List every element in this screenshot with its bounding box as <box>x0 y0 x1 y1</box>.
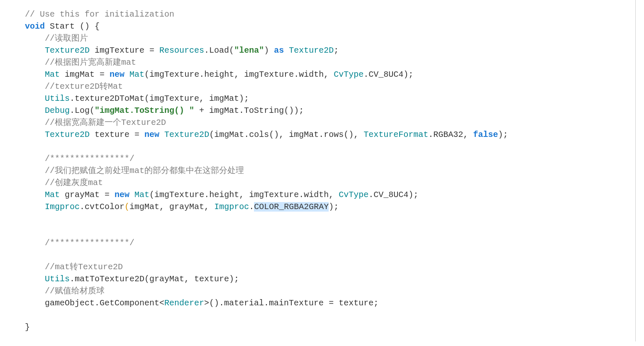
code-text <box>159 130 164 139</box>
keyword-new: new <box>110 70 124 79</box>
class-cvtype: CvType <box>339 190 368 200</box>
code-text: texture = <box>90 130 144 139</box>
type-texture2d: Texture2D <box>289 46 334 55</box>
paren: ( <box>124 202 129 212</box>
vertical-rule <box>635 0 636 341</box>
comment-divider: /****************/ <box>45 154 134 163</box>
code-text: .CV_8UC4); <box>368 190 418 200</box>
code-container: // Use this for initialization void Star… <box>0 0 644 341</box>
code-text: .CV_8UC4); <box>363 70 413 79</box>
comment: //根据宽高新建一个Texture2D <box>45 118 166 127</box>
comment: // Use this for initialization <box>25 10 174 19</box>
code-text: ; <box>334 46 339 55</box>
code-text: gameObject.GetComponent< <box>45 298 164 308</box>
comment: //读取图片 <box>45 34 88 43</box>
code-text <box>129 190 134 200</box>
keyword-false: false <box>473 130 498 139</box>
class-utils: Utils <box>45 274 70 284</box>
comment-divider: /****************/ <box>45 238 134 248</box>
class-imgproc: Imgproc <box>214 202 249 212</box>
string-literal: "imgMat.ToString() " <box>95 106 194 115</box>
method-name: Start () { <box>45 22 100 31</box>
ctor-mat: Mat <box>129 70 144 79</box>
code-text: imgMat = <box>60 70 110 79</box>
code-text: .matToTexture2D(grayMat, texture); <box>70 274 239 284</box>
code-text: ); <box>498 130 508 139</box>
code-text: imgTexture = <box>90 46 159 55</box>
type-texture2d: Texture2D <box>45 130 90 139</box>
class-textureformat: TextureFormat <box>363 130 428 139</box>
type-texture2d: Texture2D <box>45 46 90 55</box>
keyword-new: new <box>115 190 129 200</box>
code-text: .texture2DToMat(imgTexture, imgMat); <box>70 94 249 103</box>
class-resources: Resources <box>159 46 204 55</box>
ctor-texture2d: Texture2D <box>164 130 209 139</box>
code-text: (imgTexture.height, imgTexture.width, <box>144 70 334 79</box>
code-text: .cvtColor <box>80 202 124 212</box>
code-text: grayMat = <box>60 190 115 200</box>
code-text: ); <box>329 202 339 212</box>
code-text: ) <box>264 46 274 55</box>
comment: //mat转Texture2D <box>45 262 123 272</box>
comment: //赋值给材质球 <box>45 286 105 296</box>
keyword-new: new <box>144 130 159 139</box>
class-imgproc: Imgproc <box>45 202 80 212</box>
code-block: // Use this for initialization void Star… <box>0 0 644 341</box>
code-text: (imgTexture.height, imgTexture.width, <box>149 190 339 200</box>
ctor-mat: Mat <box>134 190 149 200</box>
code-text: >().material.mainTexture = texture; <box>204 298 378 308</box>
keyword-as: as <box>274 46 284 55</box>
highlighted-constant: COLOR_RGBA2GRAY <box>254 202 329 212</box>
code-text: imgMat, grayMat, <box>129 202 214 212</box>
type-mat: Mat <box>45 190 60 200</box>
comment: //texture2D转Mat <box>45 82 123 91</box>
code-text: (imgMat.cols(), imgMat.rows(), <box>209 130 363 139</box>
class-debug: Debug <box>45 106 70 115</box>
comment: //根据图片宽高新建mat <box>45 58 136 67</box>
class-utils: Utils <box>45 94 70 103</box>
closing-brace: } <box>25 322 30 332</box>
code-text <box>124 70 129 79</box>
code-text <box>284 46 289 55</box>
string-literal: "lena" <box>234 46 264 55</box>
code-text: .RGBA32, <box>428 130 473 139</box>
code-text: .Load( <box>204 46 234 55</box>
code-text: . <box>249 202 254 212</box>
comment: //我们把赋值之前处理mat的部分都集中在这部分处理 <box>45 166 244 175</box>
type-mat: Mat <box>45 70 60 79</box>
code-text: .Log( <box>70 106 95 115</box>
class-cvtype: CvType <box>334 70 363 79</box>
keyword-void: void <box>25 22 45 31</box>
code-text: + imgMat.ToString()); <box>194 106 304 115</box>
type-renderer: Renderer <box>164 298 204 308</box>
comment: //创建灰度mat <box>45 178 103 188</box>
